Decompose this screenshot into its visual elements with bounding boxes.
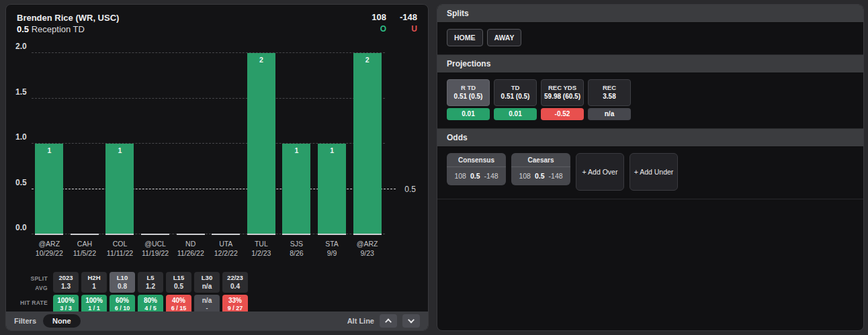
- bar-slot: 1SJS8/26: [279, 53, 314, 234]
- x-tick-label: ND11/26/22: [177, 239, 204, 258]
- player-name: Brenden Rice (WR, USC): [17, 12, 119, 23]
- book-under-odds: -148: [484, 172, 498, 180]
- player-prop-panel: Brenden Rice (WR, USC) 0.5 Reception TD …: [5, 4, 429, 331]
- add-under-button[interactable]: + Add Under: [630, 153, 678, 191]
- game-date-label: 11/11/22: [107, 248, 133, 258]
- opponent-label: @ARZ: [36, 239, 63, 248]
- odds-book-card-caesars[interactable]: Caesars1080.5-148: [511, 153, 570, 185]
- baseline-tick: [141, 234, 169, 235]
- bar: 1: [105, 144, 134, 234]
- baseline-tick: [177, 234, 205, 235]
- split-column-h2h[interactable]: H2H1100%1 / 1: [81, 272, 107, 315]
- book-name: Consensus: [447, 153, 506, 167]
- game-date-label: 10/29/22: [36, 248, 63, 258]
- projection-edge-value: 0.01: [494, 108, 537, 120]
- split-name: L15: [166, 273, 191, 282]
- split-name: L10: [110, 273, 135, 282]
- projection-stat-name: REC YDS: [543, 83, 582, 92]
- bar: 2: [247, 53, 275, 234]
- alt-line-up-button[interactable]: [380, 314, 397, 328]
- baseline-tick: [282, 234, 310, 235]
- bar-value-label: 1: [282, 146, 310, 154]
- y-tick-label: 1.5: [15, 87, 27, 97]
- projection-value: 3.58: [590, 92, 629, 101]
- split-column-2023[interactable]: 20231.3100%3 / 3: [53, 272, 79, 315]
- bar-slot: @UCL11/19/22: [138, 53, 173, 234]
- odds-book-card-consensus[interactable]: Consensus1080.5-148: [447, 153, 506, 185]
- projection-value: 0.51 (0.5): [449, 92, 488, 101]
- x-tick-label: STA9/9: [325, 239, 339, 258]
- add-over-button[interactable]: + Add Over: [576, 153, 624, 191]
- opponent-label: UTA: [214, 239, 238, 248]
- row-label-hit-rate: HIT RATE: [17, 298, 48, 307]
- projection-card-r-td[interactable]: R TD0.51 (0.5)0.01: [447, 79, 490, 120]
- odds-cards: Consensus1080.5-148Caesars1080.5-148+ Ad…: [447, 153, 854, 191]
- opponent-label: TUL: [251, 239, 271, 248]
- projection-card-rec[interactable]: REC3.58n/a: [588, 79, 631, 120]
- projection-stat-box: REC YDS59.98 (60.5): [541, 79, 584, 106]
- bar: 1: [318, 144, 346, 234]
- book-odds-row: 1080.5-148: [511, 167, 570, 185]
- book-odds-row: 1080.5-148: [447, 167, 506, 185]
- chevron-up-icon: [385, 318, 392, 325]
- y-tick-label: 2.0: [15, 42, 27, 51]
- bar-slot: 1@ARZ10/29/22: [32, 53, 67, 234]
- split-avg-value: 0.4: [222, 282, 248, 291]
- game-date-label: 12/2/22: [214, 248, 238, 258]
- y-tick-label: 0.5: [15, 178, 27, 187]
- split-column-l30[interactable]: L30n/an/a-: [194, 272, 220, 315]
- bar-slot: 2TUL1/2/23: [244, 53, 279, 234]
- y-tick-label: 1.0: [15, 132, 27, 142]
- prop-header: Brenden Rice (WR, USC) 0.5 Reception TD …: [6, 5, 428, 35]
- split-header-box: H2H1: [81, 272, 107, 293]
- x-tick-label: @ARZ10/29/22: [36, 239, 63, 258]
- split-avg-value: n/a: [194, 282, 220, 291]
- game-date-label: 11/19/22: [142, 248, 169, 258]
- split-column-l10[interactable]: L100.860%6 / 10: [110, 272, 135, 315]
- alt-line-down-button[interactable]: [402, 314, 420, 328]
- bar-value-label: 2: [247, 56, 275, 64]
- split-column-l15[interactable]: L150.540%6 / 15: [166, 272, 191, 315]
- bar: 1: [35, 144, 63, 234]
- under-odds-value: -148: [400, 12, 417, 23]
- alt-line-label: Alt Line: [347, 317, 374, 325]
- splits-section-header: Splits: [437, 5, 863, 23]
- bar: 2: [353, 53, 382, 234]
- prop-line-value: 0.5: [17, 24, 29, 34]
- bar: 1: [282, 144, 310, 234]
- baseline-tick: [105, 234, 134, 235]
- filters-none-button[interactable]: None: [43, 314, 81, 328]
- away-split-button[interactable]: AWAY: [487, 29, 522, 46]
- hit-rate-percent: n/a: [194, 297, 220, 305]
- projection-value: 0.51 (0.5): [496, 92, 535, 101]
- split-name: 22/23: [222, 273, 248, 282]
- over-under-odds: 108 -148 O U: [372, 12, 417, 35]
- split-name: L30: [194, 273, 220, 282]
- game-log-bar-chart: 0.00.50.51.01.52.01@ARZ10/29/22CAH11/5/2…: [11, 42, 423, 265]
- projection-card-rec-yds[interactable]: REC YDS59.98 (60.5)-0.52: [541, 79, 584, 120]
- home-split-button[interactable]: HOME: [447, 29, 483, 46]
- opponent-label: COL: [107, 239, 133, 248]
- split-toggle-buttons: HOMEAWAY: [447, 29, 854, 46]
- book-over-odds: 108: [454, 172, 466, 180]
- baseline-tick: [71, 234, 99, 235]
- projection-cards: R TD0.51 (0.5)0.01TD0.51 (0.5)0.01REC YD…: [447, 79, 854, 120]
- over-label: O: [372, 24, 386, 35]
- hit-rate-percent: 100%: [81, 297, 107, 305]
- split-header-box: L51.2: [138, 272, 163, 293]
- book-over-odds: 108: [519, 172, 531, 180]
- splits-summary-table: SPLIT AVG HIT RATE 20231.3100%3 / 3H2H11…: [17, 272, 248, 315]
- split-column-22-23[interactable]: 22/230.433%9 / 27: [222, 272, 248, 315]
- bar-slot: 2@ARZ9/23: [349, 53, 385, 234]
- baseline-tick: [247, 234, 275, 235]
- splits-columns: 20231.3100%3 / 3H2H1100%1 / 1L100.860%6 …: [53, 272, 248, 315]
- split-avg-value: 1: [81, 282, 107, 291]
- split-column-l5[interactable]: L51.280%4 / 5: [138, 272, 163, 315]
- alt-line-controls: Alt Line: [347, 314, 420, 328]
- projection-value: 59.98 (60.5): [543, 92, 582, 101]
- opponent-label: ND: [177, 239, 204, 248]
- projection-card-td[interactable]: TD0.51 (0.5)0.01: [494, 79, 537, 120]
- row-label-split: SPLIT: [17, 274, 48, 283]
- x-tick-label: SJS8/26: [290, 239, 303, 258]
- split-header-box: L150.5: [166, 272, 191, 293]
